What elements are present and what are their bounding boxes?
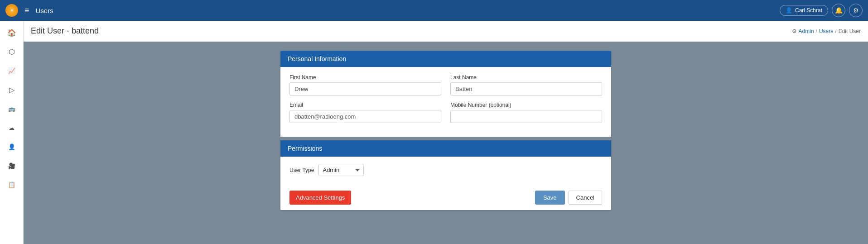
first-name-group: First Name [289,74,441,96]
sidebar-item-user[interactable]: 👤 [4,139,20,155]
mobile-label: Mobile Number (optional) [450,102,602,108]
personal-info-title: Personal Information [288,55,346,62]
permissions-header: Permissions [280,140,611,157]
breadcrumb: ⚙ Admin / Users / Edit User [792,28,861,34]
user-icon: 👤 [786,7,792,14]
footer-right-buttons: Save Cancel [535,191,602,205]
mobile-group: Mobile Number (optional) [450,102,602,123]
main-content: Edit User - battend ⚙ Admin / Users / Ed… [24,21,868,244]
contact-row: Email Mobile Number (optional) [289,102,602,123]
sidebar-item-play[interactable]: ▷ [4,81,20,98]
sidebar-item-video[interactable]: 🎥 [4,158,20,174]
navbar-title: Users [36,7,775,14]
page-title: Edit User - battend [31,26,99,36]
section-divider [280,137,611,140]
cancel-button[interactable]: Cancel [569,191,602,205]
user-menu-button[interactable]: 👤 Carl Schrat [780,5,828,16]
breadcrumb-admin[interactable]: Admin [799,28,814,34]
form-footer: Advanced Settings Save Cancel [280,185,611,210]
email-group: Email [289,102,441,123]
breadcrumb-current: Edit User [839,28,861,34]
name-row: First Name Last Name [289,74,602,96]
sidebar-item-analytics[interactable]: 📈 [4,62,20,79]
last-name-input[interactable] [450,82,602,96]
breadcrumb-gear-icon: ⚙ [792,28,797,34]
breadcrumb-sep-2: / [835,28,836,34]
sidebar-item-home[interactable]: 🏠 [4,24,20,41]
last-name-label: Last Name [450,74,602,81]
email-label: Email [289,102,441,108]
last-name-group: Last Name [450,74,602,96]
sidebar-item-cloud[interactable]: ☁ [4,120,20,136]
advanced-settings-button[interactable]: Advanced Settings [289,191,351,205]
navbar: ☀ ≡ Users 👤 Carl Schrat 🔔 ⚙ [0,0,868,21]
sidebar-item-clipboard[interactable]: 📋 [4,177,20,193]
settings-button[interactable]: ⚙ [849,4,863,17]
personal-info-body: First Name Last Name Email Mobile Number [280,67,611,137]
app-layout: 🏠 ⬡ 📈 ▷ 🚌 ☁ 👤 🎥 📋 Edit User - battend ⚙ … [0,21,868,244]
user-type-label: User Type [289,167,314,173]
bell-icon: 🔔 [835,7,843,14]
gear-icon: ⚙ [853,7,859,14]
personal-info-header: Personal Information [280,51,611,67]
edit-user-form: Personal Information First Name Last Nam… [280,51,611,210]
sidebar-item-transport[interactable]: 🚌 [4,100,20,117]
permissions-body: User Type Admin User Viewer [280,157,611,185]
first-name-input[interactable] [289,82,441,96]
navbar-right: 👤 Carl Schrat 🔔 ⚙ [780,4,863,17]
save-button[interactable]: Save [535,191,565,205]
sidebar-item-modules[interactable]: ⬡ [4,43,20,60]
user-type-select[interactable]: Admin User Viewer [318,164,364,176]
notifications-button[interactable]: 🔔 [832,4,845,17]
mobile-input[interactable] [450,110,602,123]
email-input[interactable] [289,110,441,123]
breadcrumb-users[interactable]: Users [819,28,833,34]
logo-icon: ☀ [5,4,18,17]
user-label: Carl Schrat [795,7,822,14]
page-header: Edit User - battend ⚙ Admin / Users / Ed… [24,21,868,42]
first-name-label: First Name [289,74,441,81]
hamburger-menu[interactable]: ≡ [23,4,31,17]
breadcrumb-sep-1: / [816,28,817,34]
permissions-title: Permissions [288,145,322,152]
sidebar: 🏠 ⬡ 📈 ▷ 🚌 ☁ 👤 🎥 📋 [0,21,24,244]
user-type-row: User Type Admin User Viewer [289,164,602,176]
